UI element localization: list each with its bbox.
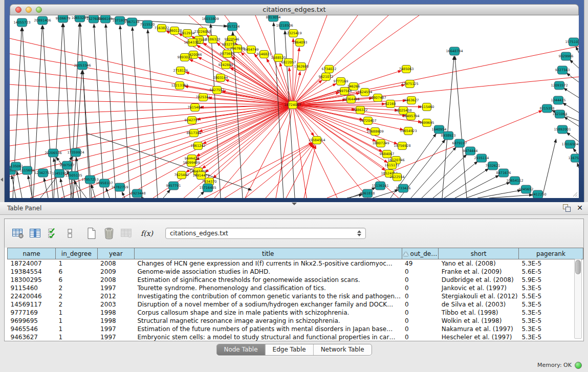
close-window-button[interactable] xyxy=(15,7,21,13)
citation-edge-red[interactable] xyxy=(225,80,293,105)
cell-out_degree[interactable]: 0 xyxy=(402,309,439,317)
cell-pagerank[interactable]: 5.3E-5 xyxy=(519,317,583,325)
citation-edge-black[interactable] xyxy=(577,163,579,171)
citation-edge-red[interactable] xyxy=(327,111,542,198)
cell-short[interactable]: Yano et al. (2008) xyxy=(439,259,519,268)
citation-edge-black[interactable] xyxy=(198,191,204,198)
tab-edge-table[interactable]: Edge Table xyxy=(265,344,313,355)
cell-title[interactable]: Disruption of a novel member of a sodium… xyxy=(134,300,402,309)
table-row[interactable]: 1830029562008Estimation of significance … xyxy=(8,276,583,284)
cell-in_degree[interactable]: 1 xyxy=(56,317,98,325)
table-row[interactable]: 977716911998Corpus callosum shape and si… xyxy=(8,309,583,317)
column-header-pagerank[interactable]: pagerank xyxy=(519,248,583,259)
citation-edge-black[interactable] xyxy=(489,195,533,198)
citation-edge-black[interactable] xyxy=(17,171,22,198)
cell-name[interactable]: 18300295 xyxy=(8,276,56,284)
citation-edge-black[interactable] xyxy=(466,182,510,198)
cell-short[interactable]: Dudbridge et al. (2008) xyxy=(439,276,519,284)
cell-short[interactable]: Tibbo et al. (1998) xyxy=(439,309,519,317)
citation-edge-red[interactable] xyxy=(196,105,293,160)
panel-collapse-arrow-icon[interactable] xyxy=(1,178,3,182)
cell-short[interactable]: Stergiakouli et al. (2012) xyxy=(439,292,519,300)
citation-edge-black[interactable] xyxy=(211,24,221,198)
cell-pagerank[interactable]: 5.3E-5 xyxy=(519,309,583,317)
column-header-title[interactable]: title xyxy=(134,248,402,259)
cell-name[interactable]: 9777169 xyxy=(8,309,56,317)
cell-year[interactable]: 1997 xyxy=(97,284,134,292)
cell-pagerank[interactable]: 5.3E-5 xyxy=(519,300,583,309)
cell-in_degree[interactable]: 1 xyxy=(56,309,98,317)
cell-name[interactable]: 9115460 xyxy=(8,284,56,292)
table-vertical-scrollbar[interactable] xyxy=(574,259,582,339)
cell-out_degree[interactable]: 0 xyxy=(402,333,439,341)
citation-edge-red[interactable] xyxy=(245,105,293,198)
citation-edge-black[interactable] xyxy=(163,190,170,198)
column-header-in-degree[interactable]: in_degree xyxy=(56,248,98,259)
cell-year[interactable]: 1998 xyxy=(97,317,134,325)
cell-title[interactable]: Corpus callosum shape and size in male p… xyxy=(134,309,402,317)
table-row[interactable]: 2242004622012Investigating the contribut… xyxy=(8,292,583,300)
cell-year[interactable]: 1997 xyxy=(97,333,134,341)
citation-edge-black[interactable] xyxy=(92,185,95,198)
citation-edge-red[interactable] xyxy=(186,105,293,172)
cell-out_degree[interactable]: 0 xyxy=(402,268,439,276)
citation-edge-black[interactable] xyxy=(563,103,579,113)
citation-edge-black[interactable] xyxy=(148,30,158,198)
network-canvas[interactable]: 1872400771638228860128891293423226058982… xyxy=(10,15,579,198)
zoom-window-button[interactable] xyxy=(36,7,42,13)
table-row[interactable]: 1872400712008Changes of HCN gene express… xyxy=(8,259,583,268)
cell-short[interactable]: Nakamura et al. (1997) xyxy=(439,325,519,333)
row-height-button[interactable] xyxy=(63,226,77,241)
citation-edge-red[interactable] xyxy=(213,105,293,178)
float-panel-icon[interactable] xyxy=(563,204,571,212)
cell-in_degree[interactable]: 1 xyxy=(56,325,98,333)
column-header-short[interactable]: short xyxy=(439,248,519,259)
table-row[interactable]: 1456911722003Disruption of a novel membe… xyxy=(8,300,583,309)
cell-name[interactable]: 14569117 xyxy=(8,300,56,309)
memory-status-indicator[interactable] xyxy=(575,362,582,369)
cell-in_degree[interactable]: 2 xyxy=(56,300,98,309)
citation-edge-red[interactable] xyxy=(204,143,312,198)
citation-edge-black[interactable] xyxy=(106,188,110,198)
citation-edge-red[interactable] xyxy=(293,46,579,105)
cell-pagerank[interactable]: 5.9E-5 xyxy=(519,276,583,284)
citation-edge-red[interactable] xyxy=(293,15,419,105)
column-header-year[interactable]: year xyxy=(97,248,134,259)
cell-short[interactable]: Franke et al. (2009) xyxy=(439,268,519,276)
delete-column-trash-button[interactable] xyxy=(102,226,116,241)
citation-edge-black[interactable] xyxy=(563,88,579,98)
cell-out_degree[interactable]: 0 xyxy=(402,325,439,333)
cell-pagerank[interactable]: 5.3E-5 xyxy=(519,325,583,333)
cell-out_degree[interactable]: 0 xyxy=(402,292,439,300)
resize-grip-icon[interactable] xyxy=(572,191,578,197)
scrollbar-thumb[interactable] xyxy=(575,260,581,274)
cell-title[interactable]: Estimation of significance thresholds fo… xyxy=(134,276,402,284)
cell-short[interactable]: Wolkin et al. (1998) xyxy=(439,317,519,325)
function-builder-button[interactable]: f(x) xyxy=(140,226,154,241)
citation-edge-black[interactable] xyxy=(80,23,90,198)
network-window-titlebar[interactable]: citations_edges.txt xyxy=(10,4,579,15)
cell-pagerank[interactable]: 5.3E-5 xyxy=(519,333,583,341)
column-header-name[interactable]: name xyxy=(8,248,56,259)
cell-out_degree[interactable]: 0 xyxy=(402,284,439,292)
table-options-button[interactable] xyxy=(11,226,25,241)
citation-edge-red[interactable] xyxy=(10,100,293,105)
cell-year[interactable]: 1998 xyxy=(97,309,134,317)
citation-edge-black[interactable] xyxy=(122,192,125,198)
citation-edge-black[interactable] xyxy=(106,24,116,198)
cell-title[interactable]: Estimation of the future numbers of pati… xyxy=(134,325,402,333)
table-row[interactable]: 1938455462009Genome-wide association stu… xyxy=(8,268,583,276)
table-row[interactable]: 946554611997Estimation of the future num… xyxy=(8,325,583,333)
table-panel-titlebar[interactable]: Table Panel ✕ xyxy=(0,202,588,215)
citation-edge-black[interactable] xyxy=(94,24,104,198)
cell-name[interactable]: 9463627 xyxy=(8,333,56,341)
table-selector-dropdown[interactable]: citations_edges.txt xyxy=(165,228,366,239)
close-panel-icon[interactable]: ✕ xyxy=(577,204,583,212)
cell-year[interactable]: 2009 xyxy=(97,268,134,276)
citation-edge-red[interactable] xyxy=(10,105,293,177)
cell-in_degree[interactable]: 6 xyxy=(56,276,98,284)
column-header-out-degree[interactable]: out_de… xyxy=(402,248,439,259)
citation-edge-black[interactable] xyxy=(576,47,579,55)
cell-title[interactable]: Investigating the contribution of common… xyxy=(134,292,402,300)
new-column-button[interactable] xyxy=(84,226,99,241)
